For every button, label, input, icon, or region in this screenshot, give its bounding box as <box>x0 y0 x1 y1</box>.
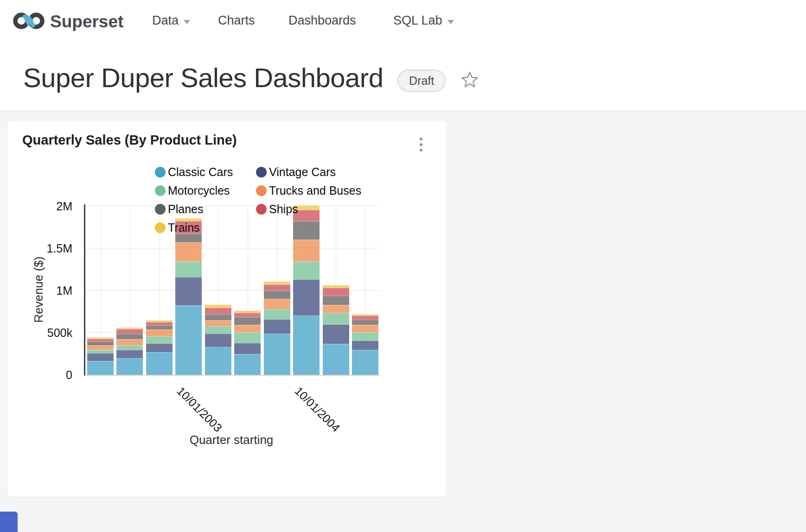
status-badge: Draft <box>397 70 446 92</box>
bar-segment[interactable] <box>323 344 349 375</box>
superset-app: Superset Data Charts Dashboards SQL Lab … <box>0 0 806 532</box>
bar-segment[interactable] <box>146 352 173 375</box>
legend-swatch-icon <box>256 204 267 215</box>
bar-segment[interactable] <box>352 316 378 320</box>
bar-segment[interactable] <box>352 332 378 341</box>
stacked-bar[interactable] <box>264 281 290 375</box>
bar-segment[interactable] <box>352 325 378 332</box>
x-axis-ticks: 10/01/200310/01/2004 <box>84 380 379 434</box>
bar-segment[interactable] <box>205 308 231 314</box>
nav-item-sql-lab[interactable]: SQL Lab <box>393 13 454 28</box>
dashboard-header: Super Duper Sales Dashboard Draft <box>0 42 806 111</box>
nav-item-data[interactable]: Data <box>152 13 190 28</box>
bar-segment[interactable] <box>87 353 114 361</box>
bar-segment[interactable] <box>264 299 290 309</box>
stacked-bar[interactable] <box>175 218 202 375</box>
bar-segment[interactable] <box>323 313 349 324</box>
y-tick-label: 500k <box>47 326 72 339</box>
stacked-bar[interactable] <box>205 304 231 375</box>
chart-options-kebab-icon[interactable] <box>412 133 430 157</box>
stacked-bar[interactable] <box>323 285 349 375</box>
bar-segment[interactable] <box>323 296 349 305</box>
bar-segment[interactable] <box>87 350 114 354</box>
bar-segment[interactable] <box>116 350 143 358</box>
bar-segment[interactable] <box>293 261 320 279</box>
bar-segment[interactable] <box>234 354 261 375</box>
bar-segment[interactable] <box>264 285 290 291</box>
bar-segment[interactable] <box>175 234 202 243</box>
legend-label: Trucks and Buses <box>269 184 361 197</box>
bar-segment[interactable] <box>352 341 378 350</box>
nav-item-charts[interactable]: Charts <box>218 13 255 28</box>
bar-segment[interactable] <box>234 313 261 317</box>
bar-segment[interactable] <box>175 305 202 375</box>
bar-segment[interactable] <box>87 342 114 345</box>
bar-segment[interactable] <box>116 345 143 350</box>
favorite-star-icon[interactable] <box>461 70 479 89</box>
stacked-bar[interactable] <box>352 314 378 375</box>
stacked-bar[interactable] <box>146 320 173 375</box>
bar-segment[interactable] <box>175 277 202 306</box>
bar-segment[interactable] <box>146 336 173 343</box>
bar-segment[interactable] <box>87 361 114 375</box>
stacked-bar[interactable] <box>116 328 143 375</box>
legend-swatch-icon <box>256 185 267 196</box>
legend-item[interactable]: Classic Cars <box>155 165 256 179</box>
legend-item[interactable]: Motorcycles <box>155 184 256 197</box>
bar-segment[interactable] <box>205 326 231 334</box>
dashboard-body: Quarterly Sales (By Product Line) Classi… <box>0 111 806 532</box>
top-nav: Superset Data Charts Dashboards SQL Lab <box>0 0 806 42</box>
bar-segment[interactable] <box>146 322 173 325</box>
bar-segment[interactable] <box>116 329 143 334</box>
bar-segment[interactable] <box>293 240 320 261</box>
bar-segment[interactable] <box>293 279 320 316</box>
bar-segment[interactable] <box>234 332 261 343</box>
bar-segment[interactable] <box>116 339 143 345</box>
bar-segment[interactable] <box>146 343 173 352</box>
bar-segment[interactable] <box>234 317 261 325</box>
x-tick-label: 10/01/2003 <box>174 384 224 435</box>
legend-item[interactable]: Ships <box>256 202 361 216</box>
bar-segment[interactable] <box>264 334 290 375</box>
y-axis-ticks: 0500k1M1.5M2M <box>7 204 78 375</box>
bar-segment[interactable] <box>264 281 290 285</box>
bar-segment[interactable] <box>87 345 114 350</box>
legend-item[interactable]: Trains <box>155 221 256 234</box>
legend-swatch-icon <box>155 204 166 215</box>
y-tick-label: 0 <box>66 368 72 382</box>
bar-segment[interactable] <box>175 242 202 261</box>
bar-segment[interactable] <box>205 304 231 308</box>
bar-segment[interactable] <box>146 325 173 329</box>
bar-segment[interactable] <box>205 320 231 326</box>
bar-segment[interactable] <box>352 350 378 375</box>
bar-segment[interactable] <box>205 334 231 347</box>
bar-segment[interactable] <box>205 314 231 320</box>
superset-logo-icon[interactable] <box>11 10 46 32</box>
legend-item[interactable]: Trucks and Buses <box>256 184 361 197</box>
bar-segment[interactable] <box>234 343 261 354</box>
bar-segment[interactable] <box>264 319 290 334</box>
bar-segment[interactable] <box>175 261 202 277</box>
bar-segment[interactable] <box>352 320 378 325</box>
legend-item[interactable]: Vintage Cars <box>256 165 361 179</box>
y-tick-label: 1.5M <box>46 241 72 255</box>
brand-title: Superset <box>50 12 123 32</box>
bar-segment[interactable] <box>293 316 320 375</box>
legend-label: Classic Cars <box>168 165 233 179</box>
bar-segment[interactable] <box>205 347 231 375</box>
stacked-bar[interactable] <box>234 310 261 375</box>
legend-item[interactable]: Planes <box>155 202 256 216</box>
legend-swatch-icon <box>155 185 166 196</box>
bar-segment[interactable] <box>234 325 261 332</box>
corner-blue-badge[interactable] <box>0 512 18 532</box>
bar-segment[interactable] <box>146 329 173 336</box>
bar-segment[interactable] <box>323 305 349 313</box>
nav-item-dashboards[interactable]: Dashboards <box>288 13 356 28</box>
stacked-bar[interactable] <box>87 337 114 375</box>
bar-segment[interactable] <box>264 291 290 299</box>
bar-segment[interactable] <box>116 334 143 339</box>
bar-segment[interactable] <box>264 309 290 320</box>
bar-segment[interactable] <box>116 358 143 375</box>
bar-segment[interactable] <box>323 324 349 343</box>
bar-segment[interactable] <box>323 288 349 296</box>
